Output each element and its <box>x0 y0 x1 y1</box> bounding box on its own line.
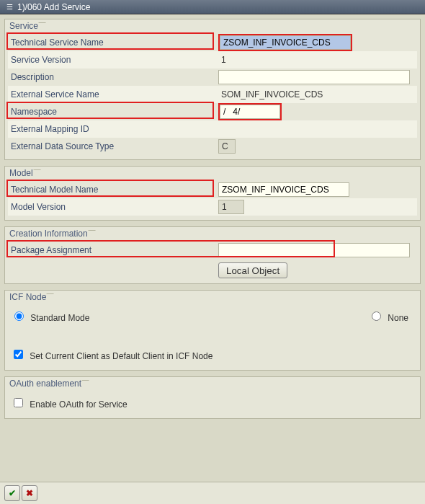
input-description[interactable] <box>218 70 410 84</box>
local-object-label: Local Object <box>226 265 279 276</box>
value-external-data-source-type: C <box>218 139 236 154</box>
bottom-toolbar: ✔ ✖ <box>0 482 425 504</box>
checkbox-default-client[interactable] <box>14 350 23 359</box>
window-menu-icon[interactable]: ☰ <box>4 2 14 12</box>
radio-none[interactable] <box>372 311 381 321</box>
ok-button[interactable]: ✔ <box>4 485 20 501</box>
value-service-version: 1 <box>218 53 229 66</box>
input-tech-service-name[interactable] <box>220 35 351 50</box>
radio-none-wrap[interactable]: None <box>368 309 408 323</box>
checkbox-default-client-wrap[interactable]: Set Current Client as Default Client in … <box>11 348 212 361</box>
group-creation-info: Creation Information Package Assignment … <box>4 226 421 284</box>
radio-standard-mode-wrap[interactable]: Standard Mode <box>11 309 89 323</box>
group-icf-node: ICF Node Standard Mode None Set Current … <box>4 290 421 371</box>
window-title: 1)/060 Add Service <box>17 2 90 12</box>
group-title-creation: Creation Information <box>8 229 91 239</box>
label-external-data-source-type: External Data Source Type <box>9 141 218 151</box>
label-model-version: Model Version <box>9 202 218 212</box>
checkbox-enable-oauth-label: Enable OAuth for Service <box>30 399 127 410</box>
group-title-model: Model <box>8 168 36 178</box>
local-object-button[interactable]: Local Object <box>218 262 287 278</box>
cancel-button[interactable]: ✖ <box>22 485 37 501</box>
window-titlebar: ☰ 1)/060 Add Service <box>0 0 425 14</box>
value-external-mapping-id <box>218 128 224 131</box>
group-title-oauth: OAuth enablement <box>8 379 84 389</box>
content-area: Service Technical Service Name Service V… <box>0 14 425 429</box>
input-tech-model-name[interactable] <box>218 182 349 197</box>
label-service-version: Service Version <box>9 55 218 65</box>
group-service: Service Technical Service Name Service V… <box>4 19 421 160</box>
close-icon: ✖ <box>26 488 33 498</box>
group-model: Model Technical Model Name Model Version… <box>4 166 421 221</box>
group-title-icf: ICF Node <box>8 292 49 302</box>
label-description: Description <box>9 72 218 82</box>
value-external-service-name: SOM_INF_INVOICE_CDS <box>218 88 326 101</box>
checkbox-enable-oauth[interactable] <box>14 398 23 407</box>
input-namespace[interactable] <box>220 105 280 119</box>
checkbox-default-client-label: Set Current Client as Default Client in … <box>30 351 212 361</box>
radio-standard-mode-label: Standard Mode <box>30 313 89 323</box>
check-icon: ✔ <box>9 488 16 498</box>
radio-standard-mode[interactable] <box>14 311 24 321</box>
group-title-service: Service <box>8 21 41 31</box>
checkbox-enable-oauth-wrap[interactable]: Enable OAuth for Service <box>11 396 128 410</box>
label-external-service-name: External Service Name <box>9 89 218 100</box>
group-oauth: OAuth enablement Enable OAuth for Servic… <box>4 376 421 419</box>
radio-none-label: None <box>388 313 408 323</box>
value-model-version: 1 <box>218 200 244 214</box>
label-external-mapping-id: External Mapping ID <box>9 124 218 134</box>
